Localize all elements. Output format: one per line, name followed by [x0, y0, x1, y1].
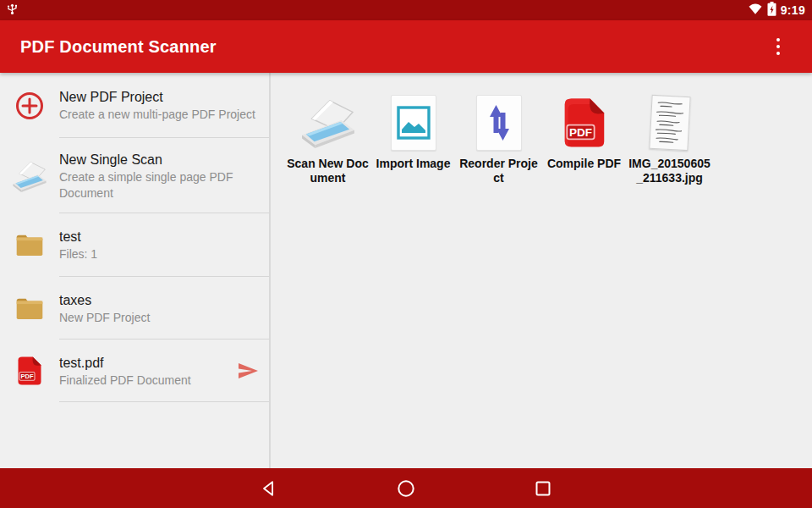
- sidebar-item-folder-test[interactable]: test Files: 1: [0, 213, 269, 277]
- grid-item-scan-new-document[interactable]: Scan New Document: [285, 95, 370, 185]
- svg-text:PDF: PDF: [21, 373, 34, 380]
- clock-time: 9:19: [781, 3, 805, 17]
- usb-icon: [7, 2, 18, 19]
- photo-thumbnail: [649, 95, 690, 151]
- scanner-icon: [0, 160, 59, 192]
- sidebar-item-test-pdf[interactable]: PDF test.pdf Finalized PDF Document: [0, 340, 269, 402]
- grid-item-reorder-project[interactable]: Reorder Project: [456, 95, 541, 185]
- content-area: New PDF Project Create a new multi-page …: [0, 73, 812, 468]
- grid-item-label: Compile PDF: [547, 157, 621, 171]
- overflow-menu-icon[interactable]: [761, 30, 795, 64]
- folder-icon: [0, 232, 59, 258]
- app-bar: PDF Document Scanner: [0, 20, 812, 73]
- add-circle-icon: [0, 91, 59, 120]
- recents-button[interactable]: [533, 478, 553, 499]
- pdf-file-icon: PDF: [0, 356, 59, 386]
- item-subtitle: Create a new multi-page PDF Project: [59, 107, 262, 123]
- sidebar-item-new-single-scan[interactable]: New Single Scan Create a simple single p…: [0, 138, 269, 213]
- wifi-icon: [748, 2, 763, 19]
- grid-item-label: Import Image: [376, 157, 451, 171]
- send-icon[interactable]: [227, 362, 269, 380]
- item-title: New PDF Project: [59, 88, 262, 107]
- grid-item-import-image[interactable]: Import Image: [370, 95, 456, 185]
- item-subtitle: Finalized PDF Document: [59, 373, 220, 389]
- item-subtitle: Create a simple single page PDF Document: [59, 169, 262, 202]
- scanner-icon: [299, 95, 358, 151]
- item-subtitle: New PDF Project: [59, 310, 262, 326]
- svg-text:PDF: PDF: [568, 126, 591, 139]
- sidebar-item-folder-taxes[interactable]: taxes New PDF Project: [0, 277, 269, 340]
- item-title: taxes: [59, 291, 262, 310]
- item-title: New Single Scan: [59, 151, 262, 169]
- battery-charging-icon: [767, 2, 776, 19]
- back-button[interactable]: [259, 478, 279, 499]
- item-title: test: [59, 228, 262, 246]
- sidebar-item-new-pdf-project[interactable]: New PDF Project Create a new multi-page …: [0, 73, 269, 138]
- import-image-icon: [391, 95, 436, 151]
- grid-item-compile-pdf[interactable]: PDF Compile PDF: [541, 95, 627, 185]
- action-grid: Scan New Document Import Image: [285, 95, 712, 185]
- item-title: test.pdf: [59, 354, 220, 373]
- item-subtitle: Files: 1: [59, 246, 262, 262]
- folder-icon: [0, 295, 59, 322]
- reorder-arrows-icon: [476, 95, 522, 151]
- grid-item-label: IMG_20150605_211633.jpg: [628, 157, 711, 185]
- grid-item-label: Reorder Project: [458, 157, 540, 185]
- grid-item-photo-img-20150605[interactable]: IMG_20150605_211633.jpg: [627, 95, 712, 185]
- compile-pdf-icon: PDF: [562, 95, 606, 151]
- grid-item-label: Scan New Document: [287, 157, 370, 185]
- home-button[interactable]: [396, 478, 416, 499]
- android-nav-bar: [0, 468, 812, 508]
- page-title: PDF Document Scanner: [20, 37, 217, 57]
- sidebar: New PDF Project Create a new multi-page …: [0, 73, 271, 468]
- status-bar: 9:19: [0, 0, 812, 20]
